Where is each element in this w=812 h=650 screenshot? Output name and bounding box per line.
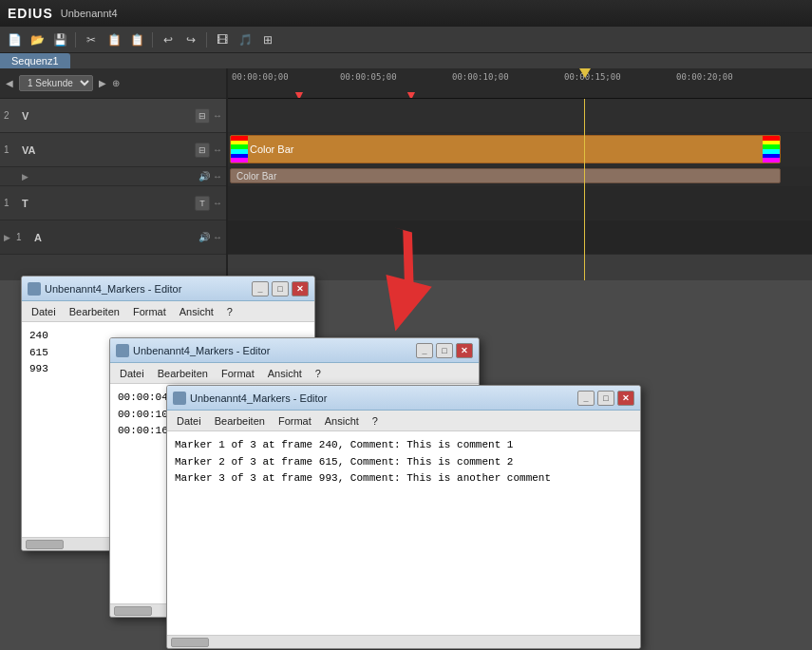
toolbar-sep-3 bbox=[206, 32, 207, 48]
playhead-ruler bbox=[584, 68, 586, 98]
win2-menu-bearbeiten[interactable]: Bearbeiten bbox=[152, 366, 214, 381]
track-row-2v: 2 V ⊟ ↔ bbox=[0, 99, 226, 133]
win3-menu-datei[interactable]: Datei bbox=[171, 413, 207, 429]
track-icon-v-clip[interactable]: ⊟ bbox=[195, 108, 210, 124]
win1-menu-ansicht[interactable]: Ansicht bbox=[174, 304, 219, 319]
toolbar-paste[interactable]: 📋 bbox=[126, 29, 147, 50]
track-row-1t: 1 T T ↔ bbox=[0, 186, 226, 220]
win3-maximize[interactable]: □ bbox=[597, 391, 614, 406]
win3-scrollbar-h[interactable] bbox=[167, 635, 640, 648]
toolbar-video[interactable]: 🎞 bbox=[212, 29, 233, 50]
track-name-1t: T bbox=[22, 198, 192, 209]
toolbar-save[interactable]: 💾 bbox=[49, 29, 70, 50]
track-lane-1va: Color Bar bbox=[228, 133, 812, 167]
clip-video-1va[interactable]: Color Bar bbox=[230, 135, 781, 163]
tc-home[interactable]: ⊕ bbox=[112, 78, 120, 88]
win2-scrollbar-thumb[interactable] bbox=[114, 606, 152, 616]
win3-minimize[interactable]: _ bbox=[577, 391, 595, 406]
win3-content: Marker 1 of 3 at frame 240, Comment: Thi… bbox=[167, 431, 640, 635]
toolbar-open[interactable]: 📂 bbox=[27, 29, 47, 50]
track-va-2-lock: ↔ bbox=[213, 171, 222, 182]
track-lock-1a: ↔ bbox=[213, 232, 222, 242]
toolbar-marker[interactable]: ⊞ bbox=[257, 29, 278, 50]
win2-title: Unbenannt4_Markers - Editor bbox=[133, 345, 412, 356]
win1-scrollbar-thumb[interactable] bbox=[26, 540, 64, 549]
track-icon-va-clip[interactable]: ⊟ bbox=[195, 143, 210, 158]
timeline-ruler: 00:00:00;00 00:00:05;00 00:00:10;00 00:0… bbox=[228, 68, 812, 99]
win3-menu-format[interactable]: Format bbox=[273, 413, 317, 429]
track-va-2-label: ▶ bbox=[22, 172, 28, 182]
win2-minimize[interactable]: _ bbox=[416, 343, 433, 358]
edius-project-name: Unbenannt4 bbox=[61, 8, 118, 19]
win3-line-2: Marker 2 of 3 at frame 615, Comment: Thi… bbox=[175, 454, 633, 471]
svg-marker-1 bbox=[368, 227, 444, 337]
track-row-va-2: ▶ 🔊 ↔ bbox=[0, 167, 226, 186]
win1-close[interactable]: ✕ bbox=[292, 281, 309, 296]
win2-menu-ansicht[interactable]: Ansicht bbox=[262, 366, 308, 381]
win1-maximize[interactable]: □ bbox=[272, 281, 289, 296]
win3-menu-ansicht[interactable]: Ansicht bbox=[319, 413, 365, 429]
tc-arrow-right[interactable]: ▶ bbox=[99, 78, 106, 88]
win3-titlebar: Unbenannt4_Markers - Editor _ □ ✕ bbox=[167, 386, 640, 411]
clip-audio-1va[interactable]: Color Bar bbox=[230, 168, 781, 183]
win2-menu-help[interactable]: ? bbox=[310, 366, 327, 381]
tc-arrow-left[interactable]: ◀ bbox=[6, 78, 13, 88]
track-controls-header: ◀ 1 Sekunde ▶ ⊕ bbox=[0, 68, 226, 99]
ruler-label-2: 00:00:10;00 bbox=[452, 72, 509, 82]
timeline-tab[interactable]: Sequenz1 bbox=[0, 53, 70, 68]
toolbar-sep-1 bbox=[75, 32, 76, 48]
toolbar-new[interactable]: 📄 bbox=[4, 29, 25, 50]
win1-minimize[interactable]: _ bbox=[252, 281, 269, 296]
track-controls: ◀ 1 Sekunde ▶ ⊕ 2 V ⊟ ↔ 1 VA bbox=[0, 68, 228, 280]
win3-content-inner: Marker 1 of 3 at frame 240, Comment: Thi… bbox=[167, 431, 640, 493]
win3-line-1: Marker 1 of 3 at frame 240, Comment: Thi… bbox=[175, 437, 633, 454]
track-num-1t: 1 bbox=[4, 198, 19, 208]
toolbar-undo[interactable]: ↩ bbox=[158, 29, 179, 50]
edius-logo: EDIUS bbox=[8, 6, 53, 21]
win3-menubar: Datei Bearbeiten Format Ansicht ? bbox=[167, 411, 640, 431]
win2-menu-format[interactable]: Format bbox=[216, 366, 260, 381]
win2-menu-datei[interactable]: Datei bbox=[114, 366, 150, 381]
timescale-selector[interactable]: 1 Sekunde bbox=[19, 75, 93, 91]
win1-menu-format[interactable]: Format bbox=[127, 304, 172, 319]
toolbar-audio[interactable]: 🎵 bbox=[235, 29, 255, 50]
win2-close[interactable]: ✕ bbox=[456, 343, 473, 358]
playhead-triangle bbox=[579, 68, 591, 78]
timeline-tracks: 00:00:00;00 00:00:05;00 00:00:10;00 00:0… bbox=[228, 68, 812, 280]
win3-menu-help[interactable]: ? bbox=[367, 413, 384, 429]
clip-video-label: Color Bar bbox=[250, 143, 293, 155]
win2-maximize[interactable]: □ bbox=[436, 343, 453, 358]
ruler-label-0: 00:00:00;00 bbox=[232, 72, 289, 82]
win3-controls: _ □ ✕ bbox=[577, 391, 634, 406]
toolbar-cut[interactable]: ✂ bbox=[81, 29, 102, 50]
win2-menubar: Datei Bearbeiten Format Ansicht ? bbox=[110, 363, 479, 384]
ruler-marker-1: ▼ bbox=[293, 87, 306, 99]
toolbar-copy[interactable]: 📋 bbox=[104, 29, 124, 50]
win1-title: Unbenannt4_Markers - Editor bbox=[45, 283, 248, 295]
track-lane-1a bbox=[228, 220, 812, 255]
track-a-arrow: ▶ bbox=[4, 233, 13, 242]
ruler-label-1: 00:00:05;00 bbox=[340, 72, 397, 82]
win1-menu-help[interactable]: ? bbox=[221, 304, 238, 319]
win3-menu-bearbeiten[interactable]: Bearbeiten bbox=[209, 413, 271, 429]
track-audio-icon: 🔊 bbox=[198, 171, 210, 182]
track-lock-1t: ↔ bbox=[213, 198, 222, 208]
win1-menu-datei[interactable]: Datei bbox=[26, 304, 62, 319]
win1-menubar: Datei Bearbeiten Format Ansicht ? bbox=[22, 301, 314, 322]
track-lane-2v bbox=[228, 99, 812, 133]
track-num-1va: 1 bbox=[4, 144, 19, 155]
win2-title-icon bbox=[116, 344, 129, 357]
win3-title: Unbenannt4_Markers - Editor bbox=[190, 392, 574, 404]
track-name-1a: A bbox=[34, 232, 196, 243]
track-name-1va: VA bbox=[22, 144, 192, 156]
win3-title-icon bbox=[173, 392, 186, 405]
ruler-label-4: 00:00:20;00 bbox=[676, 72, 733, 82]
track-lock-2v: ↔ bbox=[213, 110, 222, 121]
track-icon-t[interactable]: T bbox=[195, 196, 210, 211]
win3-close[interactable]: ✕ bbox=[617, 391, 634, 406]
track-row-1a: ▶ 1 A 🔊 ↔ bbox=[0, 220, 226, 255]
win1-titlebar: Unbenannt4_Markers - Editor _ □ ✕ bbox=[22, 277, 314, 301]
win1-menu-bearbeiten[interactable]: Bearbeiten bbox=[64, 304, 125, 319]
toolbar-redo[interactable]: ↪ bbox=[180, 29, 201, 50]
win3-scrollbar-thumb[interactable] bbox=[171, 638, 209, 647]
